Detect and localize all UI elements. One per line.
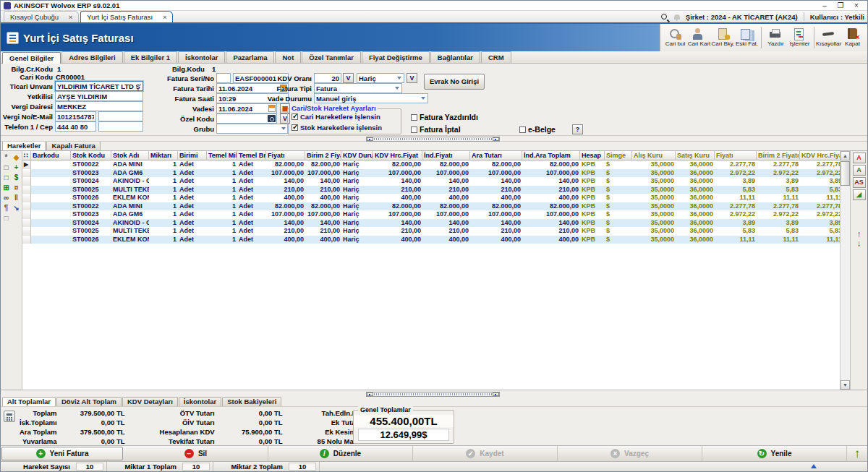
table-cell[interactable]: 2.277,78 [715,160,757,169]
vergi-dairesi-input[interactable] [55,101,143,111]
fatura-yazdirildi-checkbox-row[interactable]: Fatura Yazdırıldı [411,113,478,121]
table-cell[interactable]: 400,00 [522,236,580,244]
column-header[interactable]: Ara Tutarı [470,151,522,160]
table-cell[interactable]: 1 [207,210,237,219]
table-cell[interactable]: 107.000,00 [266,210,305,219]
telefon-input[interactable] [55,121,96,132]
table-cell[interactable]: Adet [178,236,207,244]
table-cell[interactable]: ST00023 [71,210,111,219]
table-cell[interactable]: 35,0000 [632,236,676,244]
table-cell[interactable]: 82.000,00 [373,160,422,169]
checkbox-checked-icon[interactable] [292,113,298,120]
table-cell[interactable]: 210,00 [522,227,580,236]
column-header[interactable]: İnd.Fiyatı [422,151,470,160]
table-cell[interactable]: 400,00 [373,194,422,202]
kdv-mode-v-button[interactable]: V [407,73,417,83]
table-cell[interactable]: ST00022 [71,202,111,211]
move-up-button[interactable]: ↑ [857,231,861,239]
table-cell[interactable]: 36,0000 [676,210,715,219]
edit-document-icon[interactable]: □ [1,173,11,182]
table-cell[interactable]: 140,00 [422,219,470,228]
email-input[interactable] [98,111,143,121]
table-cell[interactable]: 2.277,78 [757,202,800,211]
page-tab-7[interactable]: Özel Tanımlar [302,51,361,63]
table-cell[interactable]: 36,0000 [676,177,715,186]
table-cell[interactable]: KPB [580,202,605,211]
table-cell[interactable]: 5,83 [757,227,800,236]
yazdir-button[interactable]: Yazdır [764,25,788,51]
table-cell[interactable]: 35,0000 [632,227,676,236]
table-cell[interactable]: 2.972,22 [757,210,800,219]
table-cell[interactable]: 5,83 [757,186,800,194]
find-icon[interactable]: ∞ [1,193,11,202]
row-selector[interactable] [22,210,31,219]
table-cell[interactable] [31,177,71,186]
table-cell[interactable]: Adet [178,177,207,186]
table-cell[interactable]: Adet [178,186,207,194]
column-header[interactable]: Birim 2 Fiyatı [757,151,800,160]
column-header[interactable]: Stok Adı [111,151,149,160]
row-selector[interactable]: ▶ [22,160,31,169]
table-cell[interactable]: 400,00 [266,194,305,202]
row-selector[interactable] [22,194,31,202]
column-header[interactable]: Temel Brm. [237,151,266,160]
table-cell[interactable]: 11,11 [757,236,800,244]
table-cell[interactable]: Adet [237,186,266,194]
table-cell[interactable]: 36,0000 [676,169,715,178]
table-cell[interactable]: Hariç [341,227,373,236]
column-header[interactable]: Hesap [580,151,605,160]
table-cell[interactable]: 35,0000 [632,169,676,178]
table-cell[interactable]: 35,0000 [632,177,676,186]
table-cell[interactable]: 2.277,78 [715,202,757,211]
splitter-slider[interactable] [366,392,500,397]
table-cell[interactable]: KPB [580,227,605,236]
table-cell[interactable]: 35,0000 [632,160,676,169]
table-cell[interactable] [31,210,71,219]
table-cell[interactable]: 400,00 [305,236,341,244]
table-cell[interactable]: 1 [207,194,237,202]
column-header[interactable]: Birimi [178,151,207,160]
table-cell[interactable] [31,169,71,178]
table-cell[interactable]: 3,89 [715,177,757,186]
table-cell[interactable]: 36,0000 [676,160,715,169]
currency-icon[interactable]: $ [12,173,21,182]
table-cell[interactable]: $ [605,194,632,202]
table-cell[interactable]: 1 [149,219,178,228]
slider-right-button[interactable] [493,392,499,396]
table-row[interactable]: ▶ST00022ADA MINI1Adet1Adet82.000,0082.00… [22,160,840,169]
table-cell[interactable]: Adet [178,194,207,202]
grubu-dropdown[interactable] [216,124,289,134]
ticari-unvani-input[interactable] [55,81,143,91]
table-cell[interactable]: Adet [237,169,266,178]
table-cell[interactable]: 140,00 [305,177,341,186]
column-header[interactable]: KDV Durumu [341,151,373,160]
column-header[interactable]: Barkodu [31,151,71,160]
table-cell[interactable]: 35,0000 [632,186,676,194]
column-header[interactable]: Alış Kuru [632,151,676,160]
font-a-button[interactable]: A [853,153,866,163]
table-cell[interactable]: ST00024 [71,177,111,186]
new-invoice-button[interactable]: +Yeni Fatura [1,447,123,460]
table-cell[interactable]: AKINOID - GKS34 [111,219,149,228]
stamp-icon[interactable]: ◆ [12,153,21,162]
tab-yurt-ici-satis-faturasi[interactable]: Yurt İçi Satış Faturası × [80,11,173,22]
table-cell[interactable]: ST00025 [71,227,111,236]
table-cell[interactable]: Adet [178,160,207,169]
column-header[interactable]: Miktarı [149,151,178,160]
table-cell[interactable]: 210,00 [305,186,341,194]
table-cell[interactable]: 2.277,78 [800,202,840,211]
page-tab-6[interactable]: Not [275,51,301,63]
table-cell[interactable]: 5,83 [800,227,840,236]
table-cell[interactable]: $ [605,160,632,169]
table-cell[interactable]: 82.000,00 [470,202,522,211]
checkbox-icon[interactable] [411,126,417,133]
table-cell[interactable]: 107.000,00 [373,169,422,178]
kdv-orani-v-button[interactable]: V [343,73,354,83]
table-cell[interactable]: 210,00 [305,227,341,236]
table-cell[interactable]: 36,0000 [676,227,715,236]
table-cell[interactable]: KPB [580,160,605,169]
column-header[interactable]: KDV Hrc.Fiyat [800,151,840,160]
table-cell[interactable]: 400,00 [266,236,305,244]
table-cell[interactable]: 1 [149,186,178,194]
settings-icon[interactable]: * [1,153,11,162]
